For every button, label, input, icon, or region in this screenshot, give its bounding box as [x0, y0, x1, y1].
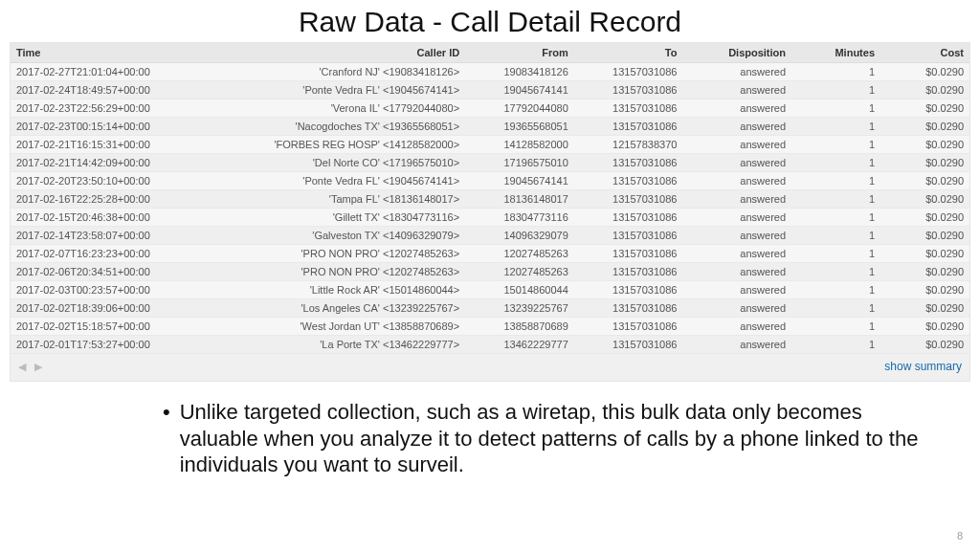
col-header-min[interactable]: Minutes: [791, 43, 880, 63]
cell-disposition: answered: [682, 136, 791, 154]
cell-cost: $0.0290: [880, 99, 969, 118]
table-row[interactable]: 2017-02-21T14:42:09+00:00'Del Norte CO' …: [11, 154, 969, 172]
col-header-disp[interactable]: Disposition: [682, 43, 791, 63]
cell-cost: $0.0290: [880, 209, 969, 227]
cell-disposition: answered: [682, 227, 791, 245]
cell-from: 13239225767: [465, 299, 574, 318]
cell-disposition: answered: [682, 336, 791, 354]
cell-from: 14128582000: [465, 136, 574, 154]
cell-to: 13157031086: [574, 209, 683, 227]
cell-from: 19083418126: [465, 63, 574, 81]
cell-minutes: 1: [791, 227, 880, 245]
cell-cost: $0.0290: [880, 118, 969, 136]
cell-cost: $0.0290: [880, 281, 969, 299]
cell-cost: $0.0290: [880, 172, 969, 190]
col-header-from[interactable]: From: [465, 43, 574, 63]
cell-time: 2017-02-01T17:53:27+00:00: [11, 336, 209, 354]
col-header-cost[interactable]: Cost: [880, 43, 969, 63]
cell-disposition: answered: [682, 281, 791, 299]
cell-caller: 'Los Angeles CA' <13239225767>: [209, 299, 466, 318]
table-row[interactable]: 2017-02-01T17:53:27+00:00'La Porte TX' <…: [11, 336, 969, 354]
cell-disposition: answered: [682, 63, 791, 81]
table-row[interactable]: 2017-02-02T15:18:57+00:00'West Jordan UT…: [11, 318, 969, 336]
cell-from: 12027485263: [465, 263, 574, 281]
table-header-row: Time Caller ID From To Disposition Minut…: [11, 43, 969, 63]
cell-to: 13157031086: [574, 172, 683, 190]
cell-caller: 'Verona IL' <17792044080>: [209, 99, 466, 118]
cell-time: 2017-02-27T21:01:04+00:00: [11, 63, 209, 81]
cell-to: 13157031086: [574, 154, 683, 172]
table-row[interactable]: 2017-02-07T16:23:23+00:00'PRO NON PRO' <…: [11, 245, 969, 263]
cell-from: 19365568051: [465, 118, 574, 136]
pager: ◀ ▶: [18, 361, 48, 373]
cell-cost: $0.0290: [880, 136, 969, 154]
cell-from: 17792044080: [465, 99, 574, 118]
cell-to: 13157031086: [574, 190, 683, 209]
col-header-caller[interactable]: Caller ID: [209, 43, 466, 63]
cell-minutes: 1: [791, 281, 880, 299]
table-row[interactable]: 2017-02-02T18:39:06+00:00'Los Angeles CA…: [11, 299, 969, 318]
cell-time: 2017-02-15T20:46:38+00:00: [11, 209, 209, 227]
cell-minutes: 1: [791, 118, 880, 136]
table-row[interactable]: 2017-02-14T23:58:07+00:00'Galveston TX' …: [11, 227, 969, 245]
cell-cost: $0.0290: [880, 154, 969, 172]
cell-caller: 'PRO NON PRO' <12027485263>: [209, 245, 466, 263]
cell-caller: 'Ponte Vedra FL' <19045674141>: [209, 81, 466, 99]
cell-to: 13157031086: [574, 245, 683, 263]
cell-from: 13462229777: [465, 336, 574, 354]
table-row[interactable]: 2017-02-27T21:01:04+00:00'Cranford NJ' <…: [11, 63, 969, 81]
bullet-list: • Unlike targeted collection, such as a …: [163, 399, 923, 478]
table-row[interactable]: 2017-02-16T22:25:28+00:00'Tampa FL' <181…: [11, 190, 969, 209]
cell-minutes: 1: [791, 336, 880, 354]
cell-to: 13157031086: [574, 227, 683, 245]
cell-to: 13157031086: [574, 118, 683, 136]
cell-time: 2017-02-02T18:39:06+00:00: [11, 299, 209, 318]
table-row[interactable]: 2017-02-06T20:34:51+00:00'PRO NON PRO' <…: [11, 263, 969, 281]
cell-time: 2017-02-03T00:23:57+00:00: [11, 281, 209, 299]
cell-caller: 'Cranford NJ' <19083418126>: [209, 63, 466, 81]
cell-from: 14096329079: [465, 227, 574, 245]
cell-caller: 'La Porte TX' <13462229777>: [209, 336, 466, 354]
cell-to: 13157031086: [574, 263, 683, 281]
cell-disposition: answered: [682, 299, 791, 318]
cell-time: 2017-02-23T22:56:29+00:00: [11, 99, 209, 118]
cell-disposition: answered: [682, 154, 791, 172]
cell-to: 13157031086: [574, 336, 683, 354]
cell-caller: 'Gillett TX' <18304773116>: [209, 209, 466, 227]
table-row[interactable]: 2017-02-23T00:15:14+00:00'Nacogdoches TX…: [11, 118, 969, 136]
table-row[interactable]: 2017-02-03T00:23:57+00:00'Little Rock AR…: [11, 281, 969, 299]
cell-cost: $0.0290: [880, 318, 969, 336]
cell-cost: $0.0290: [880, 263, 969, 281]
cell-minutes: 1: [791, 63, 880, 81]
table-row[interactable]: 2017-02-15T20:46:38+00:00'Gillett TX' <1…: [11, 209, 969, 227]
cell-caller: 'Tampa FL' <18136148017>: [209, 190, 466, 209]
cell-disposition: answered: [682, 99, 791, 118]
cell-to: 13157031086: [574, 281, 683, 299]
cell-disposition: answered: [682, 172, 791, 190]
cell-caller: 'Little Rock AR' <15014860044>: [209, 281, 466, 299]
cell-minutes: 1: [791, 245, 880, 263]
cell-caller: 'Ponte Vedra FL' <19045674141>: [209, 172, 466, 190]
page-number: 8: [957, 530, 963, 541]
pager-next-icon[interactable]: ▶: [34, 361, 42, 372]
table-row[interactable]: 2017-02-20T23:50:10+00:00'Ponte Vedra FL…: [11, 172, 969, 190]
table-row[interactable]: 2017-02-24T18:49:57+00:00'Ponte Vedra FL…: [11, 81, 969, 99]
cell-time: 2017-02-07T16:23:23+00:00: [11, 245, 209, 263]
cell-disposition: answered: [682, 81, 791, 99]
cell-from: 18304773116: [465, 209, 574, 227]
slide-title: Raw Data - Call Detail Record: [0, 0, 980, 42]
cell-disposition: answered: [682, 263, 791, 281]
col-header-time[interactable]: Time: [11, 43, 209, 63]
cell-time: 2017-02-21T14:42:09+00:00: [11, 154, 209, 172]
table-row[interactable]: 2017-02-21T16:15:31+00:00'FORBES REG HOS…: [11, 136, 969, 154]
show-summary-link[interactable]: show summary: [884, 360, 962, 373]
pager-prev-icon[interactable]: ◀: [18, 361, 26, 372]
cell-minutes: 1: [791, 263, 880, 281]
table-row[interactable]: 2017-02-23T22:56:29+00:00'Verona IL' <17…: [11, 99, 969, 118]
col-header-to[interactable]: To: [574, 43, 683, 63]
table-footer: ◀ ▶ show summary: [11, 354, 969, 381]
cell-time: 2017-02-21T16:15:31+00:00: [11, 136, 209, 154]
cell-cost: $0.0290: [880, 63, 969, 81]
bullet-dot-icon: •: [163, 399, 170, 478]
cell-caller: 'Del Norte CO' <17196575010>: [209, 154, 466, 172]
